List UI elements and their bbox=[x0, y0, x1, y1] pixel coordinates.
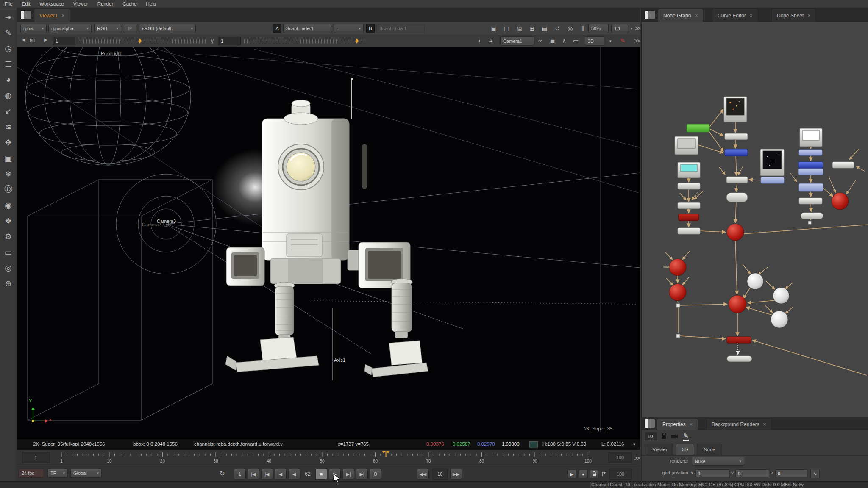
roi-icon[interactable]: ◎ bbox=[565, 24, 576, 33]
panel-menu-icon[interactable] bbox=[644, 10, 655, 19]
views-icon[interactable]: ◉ bbox=[2, 199, 15, 211]
animation-curve-icon[interactable]: ∿ bbox=[810, 469, 820, 478]
close-icon[interactable]: × bbox=[61, 13, 64, 19]
refresh-icon[interactable]: ↺ bbox=[552, 24, 563, 33]
util-node[interactable] bbox=[678, 183, 700, 189]
channel-icon[interactable]: ☰ bbox=[2, 58, 15, 70]
goto-start-button[interactable]: |◀ bbox=[248, 469, 259, 480]
collapse-icon[interactable]: ≫ bbox=[635, 25, 641, 31]
menu-help[interactable]: Help bbox=[142, 1, 161, 6]
grade-node[interactable] bbox=[727, 337, 751, 343]
chevron-down-icon[interactable]: ▼ bbox=[632, 442, 636, 446]
3d-viewport[interactable]: PointLight Camera2 Camera3 Axis1 2K_Supe… bbox=[17, 47, 640, 439]
max-panels-input[interactable]: 10 bbox=[645, 432, 657, 440]
subtab-viewer[interactable]: Viewer bbox=[647, 444, 673, 455]
merge-node[interactable] bbox=[669, 259, 686, 276]
ofx-icon[interactable]: ◎ bbox=[2, 261, 15, 274]
shuffle-node[interactable] bbox=[799, 183, 823, 191]
step-back-button[interactable]: ◀ bbox=[288, 469, 300, 480]
grid-y-input[interactable]: 0 bbox=[735, 469, 769, 477]
roto-pen-icon[interactable]: ✎ bbox=[620, 37, 626, 44]
node-graph-canvas[interactable]: look bbox=[642, 22, 868, 418]
zebra-stripes-icon[interactable]: ▤ bbox=[539, 24, 550, 33]
jump-back-button[interactable]: ◀◀ bbox=[417, 469, 429, 480]
range-end-box[interactable]: 100 bbox=[608, 452, 632, 463]
close-icon[interactable]: × bbox=[690, 421, 693, 427]
merge-node[interactable] bbox=[669, 284, 686, 301]
gamma-slider-handle[interactable] bbox=[355, 38, 359, 44]
jump-forward-button[interactable]: ▶▶ bbox=[450, 469, 462, 480]
grid-x-input[interactable]: 0 bbox=[695, 469, 730, 477]
video-camera-icon[interactable] bbox=[671, 433, 678, 441]
menu-workspace[interactable]: Workspace bbox=[35, 1, 68, 6]
util-node[interactable] bbox=[832, 162, 854, 168]
close-icon[interactable]: × bbox=[763, 421, 766, 427]
merge-node[interactable] bbox=[832, 193, 849, 210]
dot-node[interactable] bbox=[727, 356, 752, 362]
lock-range-button[interactable] bbox=[590, 470, 598, 478]
other-icon[interactable]: ▭ bbox=[2, 246, 15, 258]
grade-node[interactable] bbox=[679, 214, 699, 221]
tab-viewer1[interactable]: Viewer1 × bbox=[34, 8, 70, 22]
ab-blend-dropdown[interactable]: -▾ bbox=[334, 24, 364, 33]
dot-node[interactable] bbox=[801, 213, 823, 219]
tab-background-renders[interactable]: Background Renders× bbox=[706, 418, 772, 430]
metadata-icon[interactable]: ❖ bbox=[2, 214, 15, 227]
gain-input[interactable]: 1 bbox=[53, 37, 75, 45]
color-icon[interactable]: ◕ bbox=[2, 73, 15, 86]
render-flag-icon[interactable] bbox=[600, 470, 608, 478]
display-channel-dropdown[interactable]: RGB▾ bbox=[94, 24, 121, 33]
chevron-down-icon[interactable]: ▾ bbox=[631, 26, 633, 30]
input-a-dropdown[interactable]: Scanl...nder1 bbox=[283, 24, 331, 33]
record-button[interactable]: ● bbox=[579, 470, 588, 478]
color-node[interactable] bbox=[725, 149, 748, 156]
goto-end-button[interactable]: ▶| bbox=[356, 469, 368, 480]
gain-swatch-icon[interactable]: ▣ bbox=[488, 24, 499, 33]
sphere-node[interactable] bbox=[771, 311, 788, 328]
gamma-input[interactable]: 1 bbox=[218, 37, 241, 45]
diagonal-stripes-icon[interactable]: ▨ bbox=[514, 24, 525, 33]
layer-stack-icon[interactable]: ≣ bbox=[550, 37, 555, 44]
range-start-input[interactable]: 1 bbox=[22, 452, 50, 463]
filter-icon[interactable]: ◍ bbox=[2, 89, 15, 102]
alpha-dropdown[interactable]: rgba.alpha▾ bbox=[48, 24, 92, 33]
shuffle-node[interactable] bbox=[799, 150, 822, 155]
menu-file[interactable]: File bbox=[0, 1, 17, 6]
input-process-button[interactable]: IP bbox=[124, 24, 136, 33]
marquee-select-icon[interactable]: ▭ bbox=[573, 37, 579, 44]
subtab-node[interactable]: Node bbox=[697, 444, 722, 455]
sphere-node[interactable] bbox=[747, 273, 763, 289]
merge-node[interactable] bbox=[729, 295, 746, 313]
dot-node[interactable] bbox=[726, 193, 748, 202]
frame-increment-input[interactable]: 10 bbox=[432, 469, 448, 480]
stereo-glasses-icon[interactable]: ∞ bbox=[538, 37, 542, 44]
loop-icon[interactable]: ↻ bbox=[220, 470, 225, 477]
merge-icon[interactable]: ≋ bbox=[2, 120, 15, 133]
util-node[interactable] bbox=[726, 177, 748, 183]
next-keyfram2e-button[interactable]: ▶| bbox=[342, 469, 354, 480]
image-icon[interactable]: ⇥ bbox=[2, 11, 15, 23]
color-node[interactable] bbox=[798, 162, 823, 168]
menu-cache[interactable]: Cache bbox=[118, 1, 141, 6]
collapse-icon[interactable]: ≫ bbox=[634, 37, 640, 44]
clip-warning-icon[interactable]: ▢ bbox=[501, 24, 512, 33]
range-lock-box[interactable]: 100 bbox=[609, 469, 632, 480]
deep-icon[interactable]: Ⓓ bbox=[2, 183, 15, 196]
stop-button[interactable]: ■ bbox=[315, 469, 327, 480]
3d-icon[interactable]: ▣ bbox=[2, 152, 15, 164]
edit-pencil-icon[interactable]: ✎ bbox=[683, 432, 689, 441]
renderer-dropdown[interactable]: Nuke▾ bbox=[692, 457, 744, 466]
prev-keyframe-button[interactable]: |◀ bbox=[261, 469, 273, 480]
loop-mode-button[interactable]: O bbox=[370, 469, 381, 480]
next-arrow-icon[interactable]: ▶ bbox=[44, 37, 47, 42]
flipbook-button[interactable]: ▶ bbox=[567, 470, 576, 478]
keyer-icon[interactable]: ↙ bbox=[2, 105, 15, 117]
grid-z-input[interactable]: 0 bbox=[775, 469, 807, 477]
toolsets-icon[interactable]: ⚙ bbox=[2, 230, 15, 243]
util-node[interactable] bbox=[678, 202, 700, 209]
camera-dropdown[interactable]: Camera1 bbox=[500, 36, 534, 46]
util-node[interactable] bbox=[678, 228, 700, 234]
tab-dope-sheet[interactable]: Dope Sheet× bbox=[771, 8, 816, 22]
zoom-level-dropdown[interactable]: 50% bbox=[588, 24, 609, 33]
input-b-dropdown[interactable]: Scanl...nder1 bbox=[376, 24, 425, 33]
